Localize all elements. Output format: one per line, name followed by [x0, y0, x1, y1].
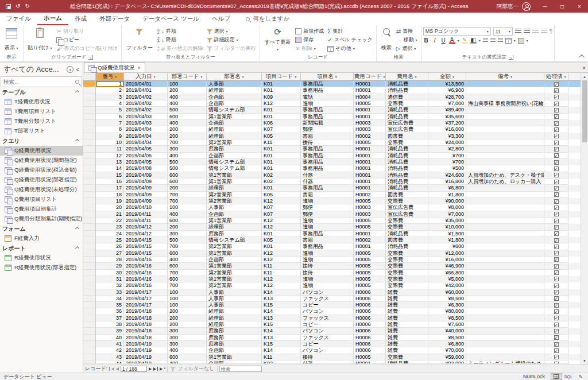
cell[interactable]: 200 — [168, 133, 207, 139]
filter-indicator[interactable]: フィルターなし — [167, 366, 217, 373]
cell[interactable]: 通信費 — [386, 94, 428, 100]
cell[interactable]: 人事部 — [207, 302, 262, 308]
cell[interactable]: 経理部 — [207, 87, 262, 94]
cell[interactable]: H0006 — [354, 335, 386, 341]
cell[interactable]: 2019/04/19 — [124, 347, 168, 354]
undo-icon[interactable]: ↺ — [16, 3, 20, 9]
cell[interactable]: K01 — [262, 107, 301, 113]
cell[interactable]: H0003 — [354, 204, 386, 211]
cell[interactable]: 400 — [168, 347, 207, 354]
cell[interactable]: ✓ — [544, 276, 568, 282]
cell[interactable]: 600 — [168, 250, 207, 257]
next-record-button[interactable] — [149, 367, 152, 371]
cell[interactable]: ¥6,800 — [428, 185, 466, 191]
cell[interactable]: H0005 — [354, 354, 386, 360]
row-selector[interactable] — [83, 198, 96, 204]
cell[interactable]: 人員増加のため、ロッカー購入 — [466, 179, 544, 185]
cell[interactable]: H0005 — [354, 257, 386, 263]
column-header-3[interactable]: 部署名▾ — [207, 73, 262, 80]
align-center-icon[interactable] — [490, 38, 496, 43]
row-selector[interactable] — [83, 172, 96, 179]
decrease-indent-icon[interactable] — [532, 29, 539, 34]
cell[interactable]: 接待 — [301, 139, 354, 146]
cell[interactable]: K01 — [262, 87, 301, 94]
cell[interactable]: ✓ — [544, 146, 568, 152]
cell[interactable] — [466, 328, 544, 334]
cell[interactable]: K06 — [262, 120, 301, 126]
cell[interactable]: H0005 — [354, 250, 386, 257]
cell[interactable]: ✓ — [544, 172, 568, 179]
row-selector[interactable] — [83, 354, 96, 360]
cell[interactable]: 雑費 — [386, 321, 428, 328]
cell[interactable]: ¥40,000 — [428, 328, 466, 334]
cell[interactable]: 15 — [96, 172, 124, 179]
nav-item[interactable]: Q経費使用状況(税込金額) — [0, 165, 83, 175]
cell[interactable]: 第2営業部 — [207, 192, 262, 198]
cell[interactable]: 400 — [168, 94, 207, 100]
toggle-filter-button[interactable]: フィルターの実行 — [206, 45, 257, 52]
row-selector[interactable] — [83, 328, 96, 334]
cell[interactable]: H0001 — [354, 87, 386, 94]
cell[interactable] — [466, 198, 544, 204]
cell[interactable]: 経理部 — [207, 126, 262, 133]
cell[interactable]: K01 — [262, 153, 301, 159]
cell[interactable]: ✓ — [544, 133, 568, 139]
cell[interactable]: 消耗品費 — [386, 243, 428, 250]
cell[interactable] — [466, 308, 544, 315]
row-selector[interactable] — [83, 94, 96, 100]
cell[interactable]: 交際費 — [386, 224, 428, 230]
alt-row-color-icon[interactable] — [518, 38, 524, 44]
cell[interactable]: 交際費 — [386, 270, 428, 276]
cell[interactable]: 700 — [168, 192, 207, 198]
checkbox-icon[interactable]: ✓ — [554, 114, 559, 119]
cell[interactable]: 100 — [168, 302, 207, 308]
cell[interactable]: 第1営業部 — [207, 218, 262, 224]
cell[interactable]: ¥13,500 — [428, 81, 466, 87]
cell[interactable]: 300 — [168, 328, 207, 334]
cell[interactable]: K07 — [262, 211, 301, 218]
row-selector[interactable] — [83, 153, 96, 159]
cell[interactable]: 企画部 — [207, 257, 262, 263]
column-dropdown-icon[interactable]: ▾ — [115, 75, 117, 79]
cell[interactable]: ¥1,800 — [428, 192, 466, 198]
cell[interactable]: 2019/04/18 — [124, 308, 168, 315]
cell[interactable]: 29 — [96, 263, 124, 269]
cell[interactable]: 4 — [96, 100, 124, 107]
cell[interactable] — [466, 276, 544, 282]
row-selector[interactable] — [83, 296, 96, 302]
cell[interactable]: ¥37,200 — [428, 120, 466, 126]
cell[interactable]: ¥24,600 — [428, 172, 466, 179]
checkbox-icon[interactable]: ✓ — [554, 270, 559, 275]
cell[interactable]: ¥5,000 — [428, 276, 466, 282]
cell[interactable]: 接待 — [301, 270, 354, 276]
cell[interactable] — [466, 107, 544, 113]
replace-button[interactable]: ⇄置換 — [395, 28, 419, 35]
nav-item[interactable]: R経費使用状況(部署指定) — [0, 263, 83, 273]
cell[interactable] — [466, 231, 544, 237]
cell[interactable]: ¥89,400 — [428, 107, 466, 113]
checkbox-icon[interactable]: ✓ — [554, 186, 559, 191]
row-selector[interactable] — [83, 218, 96, 224]
row-selector[interactable] — [83, 282, 96, 289]
cell[interactable]: ¥7,600 — [428, 321, 466, 328]
nav-section-header-2[interactable]: フォーム — [0, 224, 83, 234]
nav-item[interactable]: Q経費使用状況(部署指定) — [0, 175, 83, 185]
cell[interactable]: 28 — [96, 257, 124, 263]
cell[interactable]: 接待 — [301, 354, 354, 360]
cell[interactable]: ¥600 — [428, 243, 466, 250]
cell[interactable]: 消耗品費 — [386, 172, 428, 179]
cell[interactable]: ファックス — [301, 315, 354, 321]
cell[interactable]: 第2営業部 — [207, 243, 262, 250]
cell[interactable]: 事務用品 — [301, 153, 354, 159]
cell[interactable]: 事務用品 — [301, 185, 354, 191]
cell[interactable]: ¥3,300 — [428, 133, 466, 139]
cell[interactable]: 新聞掲載 — [301, 120, 354, 126]
cell[interactable]: 宣伝広告費 — [386, 126, 428, 133]
sql-view-button[interactable]: SQL — [563, 373, 574, 380]
cell[interactable]: 交際費 — [386, 263, 428, 269]
cell[interactable]: ✓ — [544, 263, 568, 269]
cell[interactable]: 人事部 — [207, 289, 262, 296]
cell[interactable]: 第2営業部 — [207, 198, 262, 204]
cell[interactable]: 事務用品 — [301, 231, 354, 237]
format-painter-button[interactable]: 🖌書式のコピー/貼り付け — [55, 45, 119, 52]
